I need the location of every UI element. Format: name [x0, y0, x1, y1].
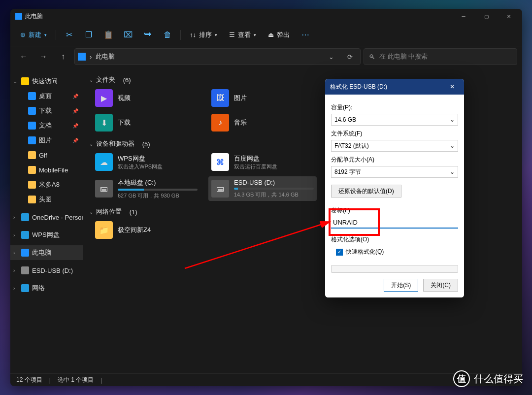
minimize-button[interactable]: ─ — [452, 9, 475, 24]
drive-d-fill — [234, 188, 238, 190]
capacity-label: 容量(P): — [331, 103, 458, 112]
plus-icon: ⊕ — [20, 31, 26, 38]
drive-c[interactable]: 🖴 本地磁盘 (C:) 627 GB 可用，共 930 GB — [92, 176, 200, 201]
more-button[interactable]: ⋯ — [297, 27, 314, 43]
quick-format-checkbox[interactable]: ✓ 快速格式化(Q) — [336, 248, 458, 256]
new-button[interactable]: ⊕ 新建 ▾ — [15, 27, 52, 43]
folder-icon — [28, 166, 36, 174]
sidebar-miduo[interactable]: 米多A8 — [10, 177, 83, 192]
sidebar-downloads[interactable]: 下载📌 — [10, 103, 83, 118]
eject-button[interactable]: ⏏ 弹出 — [263, 27, 295, 43]
capacity-select[interactable]: 14.6 GB⌄ — [331, 114, 458, 126]
picture-folder-icon: 🖼 — [211, 89, 229, 107]
chevron-down-icon: ▾ — [44, 33, 47, 37]
folder-downloads[interactable]: ⬇下载 — [92, 112, 200, 133]
sidebar-esd-usb[interactable]: ›ESD-USB (D:) — [10, 263, 83, 278]
search-box[interactable]: 🔍︎ 在 此电脑 中搜索 — [364, 48, 517, 65]
folder-icon — [28, 181, 36, 189]
sort-icon: ↑↓ — [190, 31, 196, 38]
watermark-text: 什么值得买 — [474, 372, 523, 386]
cloud-icon — [21, 213, 29, 221]
filesystem-select[interactable]: FAT32 (默认)⌄ — [331, 140, 458, 152]
close-button-dlg[interactable]: 关闭(C) — [423, 279, 458, 292]
device-wps[interactable]: ☁WPS网盘双击进入WPS网盘 — [92, 152, 200, 172]
view-button[interactable]: ☰ 查看 ▾ — [224, 27, 261, 43]
desktop-icon — [28, 92, 36, 100]
checkbox-checked-icon: ✓ — [336, 249, 343, 256]
dialog-title: 格式化 ESD-USB (D:) — [330, 83, 387, 91]
forward-button[interactable]: → — [35, 48, 52, 65]
wps-icon: ☁ — [95, 153, 113, 171]
document-icon — [28, 122, 36, 130]
drive-d[interactable]: 🖴 ESD-USB (D:) 14.3 GB 可用，共 14.6 GB — [208, 176, 317, 201]
chevron-down-icon: ⌄ — [450, 168, 455, 175]
device-baidu[interactable]: ⌘百度网盘双击运行百度网盘 — [208, 152, 317, 172]
breadcrumb-current[interactable]: 此电脑 — [96, 52, 115, 61]
sidebar-mobilefile[interactable]: MobileFile — [10, 163, 83, 177]
sidebar-quick-access[interactable]: ⌄快速访问 — [10, 74, 83, 89]
sidebar-documents[interactable]: 文档📌 — [10, 118, 83, 133]
download-icon — [28, 107, 36, 115]
format-dialog: 格式化 ESD-USB (D:) ✕ 容量(P): 14.6 GB⌄ 文件系统(… — [325, 79, 464, 297]
pin-icon: 📌 — [72, 138, 78, 143]
watermark: 值 什么值得买 — [453, 370, 523, 387]
sidebar-this-pc[interactable]: ›此电脑 — [10, 245, 83, 260]
up-button[interactable]: ↑ — [55, 48, 71, 65]
history-dropdown[interactable]: ⌄ — [324, 53, 338, 61]
alloc-label: 分配单元大小(A) — [331, 156, 458, 164]
address-bar[interactable]: › 此电脑 ⌄ ⟳ — [74, 48, 361, 65]
pin-icon: 📌 — [72, 94, 78, 99]
eject-icon: ⏏ — [268, 31, 274, 38]
toolbar: ⊕ 新建 ▾ ✂ ❐ 📋 ⌧ ⮩ 🗑 ↑↓ 排序 ▾ ☰ 查看 ▾ ⏏ 弹出 ⋯ — [10, 24, 522, 46]
rename-button[interactable]: ⌧ — [119, 27, 137, 43]
usb-icon — [21, 266, 29, 274]
share-button[interactable]: ⮩ — [139, 27, 157, 43]
baidu-icon: ⌘ — [211, 153, 229, 171]
search-icon: 🔍︎ — [369, 53, 375, 61]
refresh-button[interactable]: ⟳ — [342, 53, 357, 61]
start-button[interactable]: 开始(S) — [384, 279, 418, 292]
dialog-titlebar: 格式化 ESD-USB (D:) ✕ — [325, 79, 464, 95]
alloc-select[interactable]: 8192 字节⌄ — [331, 166, 458, 178]
copy-button[interactable]: ❐ — [80, 27, 98, 43]
download-folder-icon: ⬇ — [95, 114, 113, 132]
picture-icon — [28, 136, 36, 144]
pin-icon: 📌 — [72, 108, 78, 114]
copy-icon: ❐ — [85, 30, 92, 39]
back-button[interactable]: ← — [15, 48, 32, 65]
sidebar-gif[interactable]: Gif — [10, 148, 83, 163]
statusbar: 12 个项目 | 选中 1 个项目 | — [10, 373, 522, 386]
sidebar-onedrive[interactable]: ›OneDrive - Personal — [10, 210, 83, 225]
folder-video[interactable]: ▶视频 — [92, 88, 200, 108]
maximize-button[interactable]: ▢ — [475, 9, 498, 24]
cut-button[interactable]: ✂ — [60, 27, 78, 43]
view-icon: ☰ — [229, 31, 235, 38]
options-label: 格式化选项(O) — [331, 235, 458, 244]
volume-input[interactable] — [331, 217, 458, 229]
music-folder-icon: ♪ — [211, 114, 229, 132]
close-button[interactable]: ✕ — [498, 9, 520, 24]
status-selected: 选中 1 个项目 — [58, 376, 94, 384]
folder-pictures[interactable]: 🖼图片 — [208, 88, 317, 108]
usb-drive-icon: 🖴 — [211, 180, 229, 198]
sidebar-pictures[interactable]: 图片📌 — [10, 133, 83, 148]
dialog-close-button[interactable]: ✕ — [445, 83, 459, 90]
watermark-badge: 值 — [453, 370, 470, 387]
this-pc-icon — [78, 53, 86, 61]
volume-label: 卷标(L) — [331, 206, 458, 215]
delete-button[interactable]: 🗑 — [159, 27, 176, 43]
sidebar-wps[interactable]: ›WPS网盘 — [10, 228, 83, 242]
sidebar-desktop[interactable]: 桌面📌 — [10, 89, 83, 103]
sidebar: ⌄快速访问 桌面📌 下载📌 文档📌 图片📌 Gif MobileFile 米多A… — [10, 70, 83, 373]
sort-button[interactable]: ↑↓ 排序 ▾ — [185, 27, 222, 43]
drive-icon: 🖴 — [95, 180, 113, 198]
paste-button[interactable]: 📋 — [100, 27, 117, 43]
sidebar-network[interactable]: ›网络 — [10, 281, 83, 296]
netloc-item[interactable]: 📁极空间新Z4 — [92, 220, 200, 240]
sidebar-toutu[interactable]: 头图 — [10, 192, 83, 207]
restore-defaults-button[interactable]: 还原设备的默认值(D) — [331, 185, 401, 198]
status-count: 12 个项目 — [16, 376, 42, 384]
this-pc-icon — [15, 13, 22, 20]
folder-icon — [28, 151, 36, 159]
folder-music[interactable]: ♪音乐 — [208, 112, 317, 133]
